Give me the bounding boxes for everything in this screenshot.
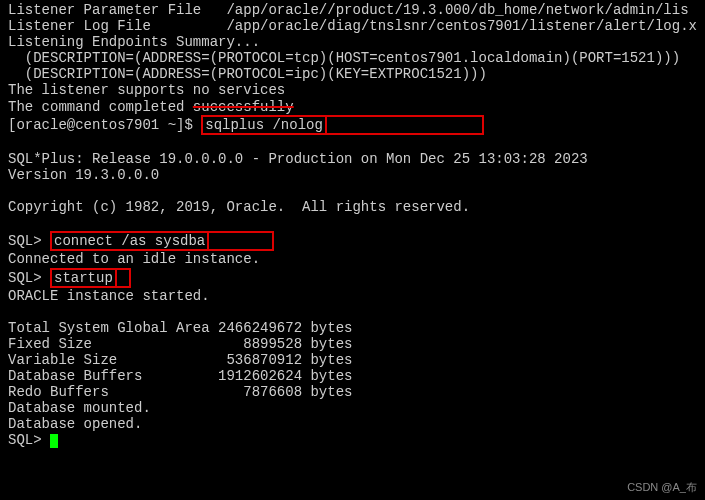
sga-variable-label: Variable Size <box>8 352 117 368</box>
opened-line: Database opened. <box>8 416 697 432</box>
terminal-output: Listener Parameter File /app/oracle//pro… <box>8 2 697 18</box>
no-services-line: The listener supports no services <box>8 82 697 98</box>
highlighted-command: startup <box>50 268 117 288</box>
sql-prompt-line[interactable]: SQL> startup <box>8 268 697 288</box>
sga-row: Redo Buffers 7876608 bytes <box>8 384 697 400</box>
sga-total-label: Total System Global Area <box>8 320 210 336</box>
param-file-path: /app/oracle//product/19.3.000/db_home/ne… <box>226 2 688 18</box>
started-line: ORACLE instance started. <box>8 288 697 304</box>
highlighted-command: connect /as sysdba <box>50 231 209 251</box>
log-file-path: /app/oracle/diag/tnslsnr/centos7901/list… <box>226 18 696 34</box>
final-prompt-line[interactable]: SQL> <box>8 432 697 448</box>
blank-line <box>8 135 697 151</box>
watermark: CSDN @A_布 <box>627 481 697 494</box>
sqlplus-release: SQL*Plus: Release 19.0.0.0.0 - Productio… <box>8 151 697 167</box>
highlight-extension <box>209 231 274 251</box>
sga-buffers-value: 1912602624 bytes <box>210 368 353 384</box>
description-line: (DESCRIPTION=(ADDRESS=(PROTOCOL=ipc)(KEY… <box>8 66 697 82</box>
sql-prompt-line[interactable]: SQL> connect /as sysdba <box>8 231 697 251</box>
sga-fixed-value: 8899528 bytes <box>210 336 353 352</box>
sql-prompt: SQL> <box>8 432 50 448</box>
blank-line <box>8 215 697 231</box>
sga-row: Total System Global Area 2466249672 byte… <box>8 320 697 336</box>
mounted-line: Database mounted. <box>8 400 697 416</box>
terminal-output: Listener Log File /app/oracle/diag/tnsls… <box>8 18 697 34</box>
strikethrough-text: successfully <box>193 99 294 115</box>
sga-row: Variable Size 536870912 bytes <box>8 352 697 368</box>
sga-variable-value: 536870912 bytes <box>210 352 353 368</box>
highlight-extension <box>327 115 484 135</box>
sga-row: Database Buffers 1912602624 bytes <box>8 368 697 384</box>
sga-buffers-label: Database Buffers <box>8 368 142 384</box>
endpoints-summary: Listening Endpoints Summary... <box>8 34 697 50</box>
blank-line <box>8 304 697 320</box>
sga-redo-label: Redo Buffers <box>8 384 109 400</box>
sqlplus-version: Version 19.3.0.0.0 <box>8 167 697 183</box>
copyright-line: Copyright (c) 1982, 2019, Oracle. All ri… <box>8 199 697 215</box>
sql-prompt: SQL> <box>8 270 50 286</box>
sga-total-value: 2466249672 bytes <box>210 320 353 336</box>
shell-prompt-line[interactable]: [oracle@centos7901 ~]$ sqlplus /nolog <box>8 115 697 135</box>
description-line: (DESCRIPTION=(ADDRESS=(PROTOCOL=tcp)(HOS… <box>8 50 697 66</box>
param-file-label: Listener Parameter File <box>8 2 201 18</box>
connected-line: Connected to an idle instance. <box>8 251 697 267</box>
log-file-label: Listener Log File <box>8 18 151 34</box>
highlighted-command: sqlplus /nolog <box>201 115 327 135</box>
completed-line: The command completed successfully <box>8 99 697 115</box>
sga-row: Fixed Size 8899528 bytes <box>8 336 697 352</box>
sga-fixed-label: Fixed Size <box>8 336 92 352</box>
highlight-extension <box>117 268 131 288</box>
blank-line <box>8 183 697 199</box>
sql-prompt: SQL> <box>8 233 50 249</box>
sga-redo-value: 7876608 bytes <box>210 384 353 400</box>
cursor-icon <box>50 434 58 448</box>
shell-prompt: [oracle@centos7901 ~]$ <box>8 117 201 133</box>
